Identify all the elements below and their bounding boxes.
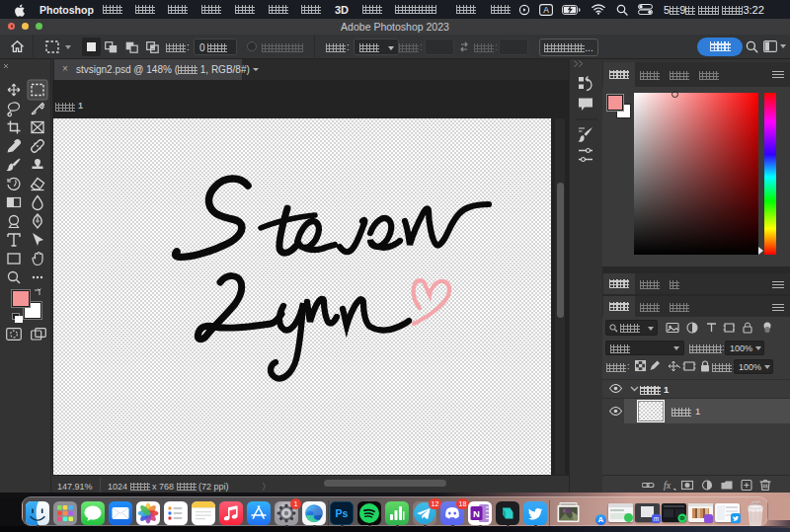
- svg-text:N: N: [473, 508, 480, 519]
- svg-text:fx: fx: [664, 480, 672, 491]
- svg-text:A: A: [543, 5, 549, 15]
